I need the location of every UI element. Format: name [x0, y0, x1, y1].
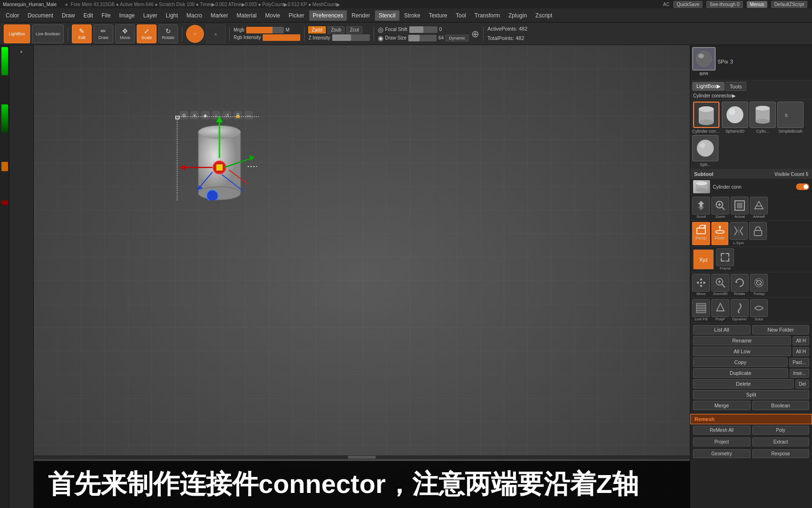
live-boolean-button[interactable]: Live Boolean: [32, 24, 64, 43]
split-button[interactable]: Split: [693, 390, 809, 399]
menu-movie[interactable]: Movie: [261, 10, 284, 21]
draw-button[interactable]: ✏ Draw: [94, 24, 113, 43]
focal-shift-track[interactable]: [409, 26, 437, 33]
extract-button[interactable]: Extract: [752, 437, 810, 446]
bpr-render-thumb[interactable]: [692, 47, 716, 71]
del-button[interactable]: Del: [796, 380, 809, 389]
merge-button[interactable]: Merge: [693, 401, 750, 410]
bottom-scrollbar[interactable]: [34, 455, 690, 459]
transp-btn[interactable]: [750, 274, 768, 292]
see-through-button[interactable]: See-through 0: [706, 1, 742, 8]
menu-edit[interactable]: Edit: [79, 10, 97, 21]
sphere3d-tool[interactable]: Sphere3D: [722, 102, 748, 134]
color-strip-red[interactable]: [1, 200, 8, 205]
viewport[interactable]: ⚙ ✕ ◆ ⌂ ↺ 🔒 —: [34, 45, 690, 508]
aahalf-btn[interactable]: [750, 197, 768, 214]
rgb-intensity-track[interactable]: [263, 34, 300, 41]
scroll-btn[interactable]: [692, 197, 710, 214]
remeshall-button[interactable]: ReMesh All: [693, 426, 750, 435]
persp-button[interactable]: Persp: [692, 222, 710, 245]
color-strip-green2[interactable]: [1, 104, 8, 133]
lightbox-button[interactable]: LightBox: [4, 24, 30, 43]
rotate-button[interactable]: ↻ Rotate: [158, 24, 178, 43]
menu-file[interactable]: File: [98, 10, 114, 21]
triangle-brush-button[interactable]: ▲: [206, 24, 226, 43]
color-strip-green[interactable]: [1, 47, 8, 75]
menu-stroke[interactable]: Stroke: [400, 10, 424, 21]
zcut-button[interactable]: Zcut: [346, 26, 362, 33]
alllow-button[interactable]: All Low: [693, 347, 791, 356]
menus-button[interactable]: Menus: [747, 1, 767, 8]
subtool-visibility-toggle[interactable]: [796, 183, 809, 190]
quicksave-button[interactable]: QuickSave: [673, 1, 703, 8]
default-zscript-button[interactable]: DefaultZScript: [771, 1, 807, 8]
circle-brush-button[interactable]: ○: [186, 25, 204, 43]
delete-button[interactable]: Delete: [693, 379, 794, 389]
menu-zscript[interactable]: Zscript: [531, 10, 556, 21]
z-intensity-track[interactable]: [332, 34, 370, 41]
menu-zplugin[interactable]: Zplugin: [505, 10, 531, 21]
frame-btn[interactable]: [716, 248, 734, 266]
mrgb-track[interactable]: [246, 27, 284, 33]
insert-button[interactable]: Inse...: [790, 369, 809, 378]
project-button[interactable]: Project: [693, 437, 750, 446]
sphere2-tool[interactable]: Sph...: [692, 135, 718, 167]
lsym-btn[interactable]: [730, 222, 748, 240]
menu-draw[interactable]: Draw: [58, 10, 78, 21]
allh-button[interactable]: All H: [793, 336, 809, 345]
menu-macro[interactable]: Macro: [183, 10, 206, 21]
3d-object[interactable]: [175, 116, 259, 200]
color-strip-orange[interactable]: [1, 162, 8, 171]
menu-texture[interactable]: Texture: [425, 10, 451, 21]
menu-stencil[interactable]: Stencil: [375, 10, 399, 21]
zadd-button[interactable]: Zadd: [308, 26, 326, 33]
subs-btn[interactable]: [750, 299, 768, 317]
subtool-item[interactable]: Cylinder conn: [690, 179, 812, 195]
cylinder-connector-label[interactable]: Cylinder connector▶: [690, 92, 812, 100]
lightbox-tab[interactable]: LightBox▶: [692, 82, 725, 91]
menu-picker[interactable]: Picker: [285, 10, 308, 21]
menu-material[interactable]: Material: [233, 10, 261, 21]
menu-light[interactable]: Light: [162, 10, 182, 21]
floor-button[interactable]: Floor: [711, 222, 728, 245]
menu-document[interactable]: Document: [24, 10, 57, 21]
menu-preferences[interactable]: Preferences: [309, 10, 347, 21]
boolean-button[interactable]: Boolean: [752, 401, 810, 410]
remesh-header-btn[interactable]: Remesh: [690, 414, 812, 424]
menu-image[interactable]: Image: [115, 10, 138, 21]
move-button[interactable]: ✥ Move: [115, 24, 135, 43]
cylinder-connect-tool[interactable]: Cylinder connect: [692, 102, 720, 134]
zoom3d-btn[interactable]: [711, 274, 729, 292]
allhigh-button[interactable]: All H: [793, 347, 809, 356]
copy-button[interactable]: Copy: [693, 357, 788, 367]
xyz-button[interactable]: Xyz: [693, 249, 714, 270]
move-btn[interactable]: [692, 274, 710, 292]
zsub-button[interactable]: Zsub: [328, 26, 344, 33]
menu-color[interactable]: Color: [2, 10, 23, 21]
rotate-btn[interactable]: [731, 274, 749, 292]
simplebrush-tool[interactable]: S SimpleBrush: [777, 102, 804, 134]
linefill-btn[interactable]: [692, 299, 710, 317]
duplicate-button[interactable]: Duplicate: [693, 368, 788, 378]
menu-render[interactable]: Render: [348, 10, 374, 21]
rename-button[interactable]: Rename: [693, 336, 791, 345]
menu-layer[interactable]: Layer: [140, 10, 161, 21]
dynamic-btn[interactable]: [731, 299, 749, 317]
rexpose-button[interactable]: Rexpose: [752, 449, 810, 458]
draw-size-track[interactable]: [408, 35, 437, 41]
menu-transform[interactable]: Transform: [471, 10, 504, 21]
menu-marker[interactable]: Marker: [207, 10, 232, 21]
poly-button[interactable]: Poly: [752, 426, 810, 435]
menu-tool[interactable]: Tool: [452, 10, 470, 21]
polyf-btn[interactable]: [711, 299, 729, 317]
listall-button[interactable]: List All: [693, 325, 750, 334]
cylinder2-tool[interactable]: Cylin...: [750, 102, 776, 134]
actual-btn[interactable]: [731, 197, 749, 214]
paste-button[interactable]: Past...: [789, 358, 809, 367]
lock-btn[interactable]: [749, 222, 767, 240]
scale-button[interactable]: ⤢ Scale: [137, 24, 156, 43]
newfolder-button[interactable]: New Folder: [752, 325, 810, 334]
scroll-thumb[interactable]: [348, 456, 376, 459]
edit-button[interactable]: ✎ Edit: [72, 24, 92, 43]
geometry-button[interactable]: Geometry: [693, 449, 750, 458]
